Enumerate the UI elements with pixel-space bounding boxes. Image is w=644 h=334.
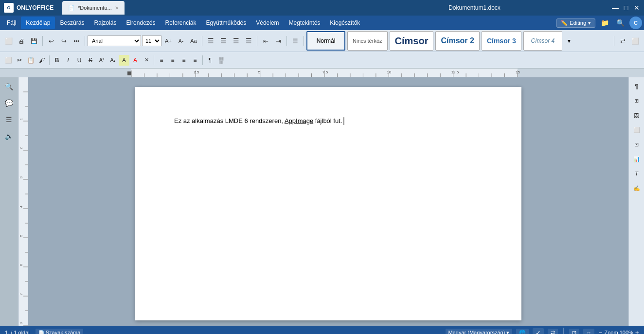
language-globe-button[interactable]: 🌐 [516, 329, 529, 334]
minimize-button[interactable]: — [612, 4, 619, 11]
menu-item-megtekintes[interactable]: Megtekintés [284, 17, 325, 29]
sep4 [257, 36, 257, 46]
clear-format-button[interactable]: ✕ [141, 55, 152, 66]
user-avatar[interactable]: C [629, 17, 642, 29]
paragraph-marks-button[interactable]: ¶ [205, 55, 215, 66]
line-spacing-button[interactable]: ☰ [289, 35, 301, 47]
image-settings-button[interactable]: 🖼 [631, 109, 643, 121]
strikethrough-button[interactable]: S [85, 55, 96, 66]
numbers-button[interactable]: ☰ [217, 35, 229, 47]
tab-bar: 📄 *Dokumentu... ✕ [62, 1, 337, 15]
signature-button[interactable]: ✍ [631, 182, 643, 194]
bold-button[interactable]: B [52, 55, 62, 66]
save-button[interactable]: 💾 [28, 35, 40, 47]
align-right-button[interactable]: ≡ [179, 55, 189, 66]
sep2 [85, 36, 85, 46]
maximize-button[interactable]: □ [623, 4, 629, 11]
italic-button[interactable]: I [63, 55, 73, 66]
more-button[interactable]: ••• [71, 35, 82, 47]
paragraph-settings-button[interactable]: ¶ [631, 80, 643, 92]
bullets-button[interactable]: ☰ [205, 35, 216, 47]
redo-button[interactable]: ↪ [58, 35, 70, 47]
zoom-controls: − Zoom 100% + [598, 329, 639, 334]
menu-item-beszuras[interactable]: Beszúrás [55, 17, 89, 29]
shading-button[interactable]: ▒ [216, 55, 227, 66]
style-heading3-label: Címsor 3 [487, 37, 516, 45]
menu-item-fajl[interactable]: Fájl [2, 17, 21, 29]
menu-item-egyuttmukodes[interactable]: Együttműködés [201, 17, 251, 29]
menu-item-rajzolas[interactable]: Rajzolás [89, 17, 121, 29]
highlight-button[interactable]: A [119, 55, 129, 66]
ruler-canvas [0, 69, 644, 77]
menu-item-kezdolap[interactable]: Kezdőlap [21, 17, 55, 29]
chart-settings-button[interactable]: 📊 [631, 153, 643, 165]
close-tab-button[interactable]: ✕ [115, 5, 119, 11]
comment-button[interactable]: 💬 [3, 97, 16, 109]
text-before-link: Ez az alkalmazás LMDE 6 rendszeren, [174, 117, 285, 124]
align-center-button[interactable]: ≡ [167, 55, 178, 66]
styles-dropdown-button[interactable]: ▼ [564, 32, 574, 50]
style-heading3[interactable]: Címsor 3 [482, 31, 521, 51]
word-count-button[interactable]: 📄 Szavak száma [36, 329, 84, 334]
menu-item-vedelem[interactable]: Védelem [251, 17, 284, 29]
align-justify-button[interactable]: ≡ [190, 55, 200, 66]
menu-item-referenciak[interactable]: Referenciák [161, 17, 201, 29]
document-page[interactable]: Ez az alkalmazás LMDE 6 rendszeren, AppI… [135, 87, 521, 320]
superscript-button[interactable]: A² [96, 55, 107, 66]
font-case-button[interactable]: Aa [188, 35, 199, 47]
indent-inc-button[interactable]: ⇥ [272, 35, 284, 47]
select-all-button[interactable]: ⬜ [629, 35, 641, 47]
document-scroll[interactable]: Ez az alkalmazás LMDE 6 rendszeren, AppI… [28, 77, 628, 326]
font-size-dec-button[interactable]: A- [175, 35, 187, 47]
zoom-out-button[interactable]: − [598, 329, 602, 334]
print-button[interactable]: 🖨 [16, 35, 27, 47]
font-size-inc-button[interactable]: A+ [162, 35, 174, 47]
find-button[interactable]: 🔍 [3, 80, 16, 93]
fit-width-button[interactable]: ↔ [583, 329, 594, 334]
track-changes-button[interactable]: ⇄ [548, 329, 558, 334]
statusbar-right: Magyar (Magyarország) ▾ 🌐 ✓ ⇄ ⊡ ↔ − Zoom… [446, 328, 639, 334]
paste-button[interactable]: 📋 [25, 55, 36, 66]
underline-button[interactable]: U [74, 55, 85, 66]
font-color-button[interactable]: A [130, 55, 141, 66]
style-heading1[interactable]: Címsor [390, 31, 434, 51]
undo-button[interactable]: ↩ [45, 35, 57, 47]
table-settings-button[interactable]: ⊞ [631, 95, 643, 106]
clone-format-button[interactable]: 🖌 [36, 55, 47, 66]
menu-item-kiegeszitok[interactable]: Kiegészítők [325, 17, 365, 29]
replace-button[interactable]: ⇄ [617, 35, 628, 47]
location-button[interactable]: 📁 [598, 17, 611, 29]
document-tab[interactable]: 📄 *Dokumentu... ✕ [62, 1, 125, 15]
speaker-button[interactable]: 🔊 [3, 130, 16, 142]
header-settings-button[interactable]: ⊡ [631, 139, 643, 150]
new-button[interactable]: ⬜ [3, 35, 15, 47]
nav-button[interactable]: ☰ [3, 113, 16, 126]
shape-settings-button[interactable]: ⬜ [631, 124, 643, 136]
zoom-in-button[interactable]: + [635, 329, 639, 334]
indent-dec-button[interactable]: ⇤ [260, 35, 271, 47]
copy-button[interactable]: ⬜ [3, 55, 14, 66]
search-button[interactable]: 🔍 [614, 17, 626, 29]
cut-button[interactable]: ✂ [14, 55, 25, 66]
appimage-link[interactable]: AppImage [285, 117, 313, 124]
subscript-button[interactable]: A₂ [107, 55, 118, 66]
spellcheck-button[interactable]: ✓ [533, 328, 544, 334]
menu-item-elrendezes[interactable]: Elrendezés [121, 17, 160, 29]
document-content[interactable]: Ez az alkalmazás LMDE 6 rendszeren, AppI… [174, 116, 483, 126]
font-family-select[interactable]: Arial [88, 35, 141, 46]
word-count-icon: 📄 [38, 330, 44, 334]
language-button[interactable]: Magyar (Magyarország) ▾ [446, 329, 513, 334]
style-no-spacing[interactable]: Nincs térköz [347, 31, 388, 51]
right-sidebar: ¶ ⊞ 🖼 ⬜ ⊡ 📊 T ✍ [628, 77, 644, 326]
multilevel2-button[interactable]: ☰ [243, 35, 254, 47]
editing-mode-button[interactable]: ✏️ Editing ▾ [556, 18, 595, 28]
style-heading4[interactable]: Címsor 4 [523, 31, 562, 51]
multilevel-button[interactable]: ☰ [230, 35, 242, 47]
style-heading2[interactable]: Címsor 2 [435, 31, 479, 51]
text-art-button[interactable]: T [631, 168, 643, 179]
align-left-button[interactable]: ≡ [156, 55, 167, 66]
close-window-button[interactable]: ✕ [633, 4, 640, 11]
style-normal[interactable]: Normál [306, 31, 345, 51]
font-size-select[interactable]: 11 [142, 35, 161, 46]
fit-page-button[interactable]: ⊡ [569, 329, 579, 334]
